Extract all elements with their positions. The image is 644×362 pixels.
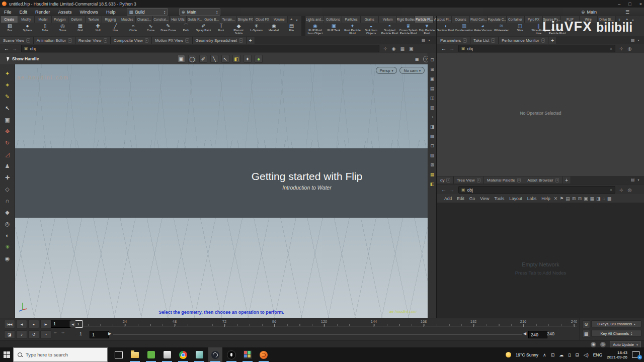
close-tab-icon[interactable]: × [239,38,243,43]
key-all-channels-select[interactable]: Key All Channels ▴▾ [591,330,641,337]
shelf-tab[interactable]: Model [35,16,52,23]
menu-item[interactable]: Windows [76,10,103,15]
houdini-taskbar-button[interactable] [257,347,271,362]
shelf-pause-icon[interactable]: || [617,17,622,22]
display-tool-icon[interactable]: ▨ [430,153,435,158]
notes-app-button[interactable] [192,347,206,362]
back-arrow-icon[interactable]: ← [4,46,9,51]
pane-tab[interactable]: Composite View× [111,37,152,44]
shelf-tab[interactable]: Wire [580,16,598,23]
shelf-tool[interactable]: ▤ File [283,23,300,36]
left-tool-icon[interactable]: ◿ [4,150,12,158]
shelf-tool[interactable]: T Font [212,23,230,36]
pin-path-icon[interactable]: ⊹ [619,188,623,193]
capture-app-button[interactable] [144,347,158,362]
volume-icon[interactable]: ◁) [584,352,589,357]
shelf-tab[interactable]: Container [507,16,525,23]
network-menu-item[interactable]: Help [541,196,550,201]
left-tool-icon[interactable]: ✎ [4,93,12,101]
shelf-tab[interactable]: Collisions [324,16,342,23]
back-arrow-icon[interactable]: ← [441,187,446,193]
shelf-tab[interactable]: Hair Utils [170,16,187,23]
scoped-channels-icon[interactable]: ▦ [582,330,590,338]
transport-button[interactable]: |◀◀ [4,320,15,328]
shelf-tab[interactable]: FLIP [561,16,579,23]
range-slider-right-handle[interactable]: ◀ [523,331,526,336]
left-tool-icon[interactable]: ♟ [4,162,12,170]
display-tool-icon[interactable]: ▦ [430,172,435,177]
close-tab-icon[interactable]: × [26,38,30,43]
pane-tab[interactable]: dy× [437,176,454,184]
playbar-option-button[interactable]: ↺ [28,330,39,339]
shelf-tab[interactable]: Fluid Con... [470,16,488,23]
display-tool-icon[interactable]: ▤ [430,86,435,91]
pane-menu-caret-icon[interactable]: ▾ [638,178,639,182]
projection-selector[interactable]: Persp ▾ [376,67,397,74]
pane-menu-caret-icon[interactable]: ▾ [429,38,430,42]
close-button[interactable]: × [639,2,642,7]
tablet-mode-icon[interactable]: ⊡ [551,352,555,357]
pane-list-icon[interactable]: ▤ [631,38,635,42]
path-history-icon[interactable]: ▦ [400,46,405,51]
left-tool-icon[interactable]: ✥ [4,127,12,135]
range-end-field[interactable]: 240 [528,331,547,338]
shelf-tool[interactable]: ▥ Condensation [455,23,473,36]
pane-tab[interactable]: Parameters× [437,37,470,44]
shelf-tab[interactable]: Simple FX [237,16,254,23]
shelf-tool[interactable]: ◆ Platonic Solids [230,23,248,36]
add-pane-tab-button[interactable]: + [562,176,571,184]
select-tool-icon[interactable]: ✦ [244,55,252,63]
weather-text[interactable]: 19°C Sunny [516,352,538,357]
shelf-tab[interactable]: Guide P... [187,16,204,23]
select-tool-icon[interactable]: ✐ [199,55,207,63]
auto-update-select[interactable]: Auto Update ▾ [610,341,641,348]
range-slider-left-handle[interactable]: ▶ [108,331,111,336]
shelf-tab[interactable]: Rigid Bodies [397,16,415,23]
path-field[interactable]: ▣ obj [21,45,379,52]
select-tool-icon[interactable]: ● [255,55,263,63]
playbar-option-button[interactable]: ◔ [40,330,51,339]
close-tab-icon[interactable]: × [185,38,189,43]
shelf-tool[interactable]: ○ Circle [124,23,142,36]
obs-studio-button[interactable] [208,347,222,362]
network-menu-icon[interactable]: ⚑ [559,196,564,201]
pane-tab[interactable]: Material Palette× [484,176,524,184]
pane-tab[interactable]: Motion FX View× [152,37,192,44]
select-tool-icon[interactable]: ◯ [188,55,196,63]
pane-tab[interactable]: Animation Editor× [34,37,75,44]
shelf-tool[interactable]: ▦ Grid [71,23,89,36]
add-shelf-tab-button[interactable]: + [288,16,294,23]
desktop-selector[interactable]: ▦ Build ▴▾ [127,8,168,16]
microphone-icon[interactable]: ▯ [568,352,571,357]
display-tool-icon[interactable]: ◧ [430,182,435,187]
shelf-tool[interactable]: ✎ Draw Curve [159,23,177,36]
network-menu-icon[interactable]: ◨ [596,196,601,201]
path-field[interactable]: ▣ obj × [458,45,615,52]
shelf-tab[interactable]: Vellum [379,16,397,23]
pane-tab[interactable]: Asset Browser× [524,176,562,184]
shelf-tab[interactable]: Volume [271,16,288,23]
transport-button[interactable]: ■ [28,320,39,328]
close-tab-icon[interactable]: × [104,38,108,43]
network-menu-icon[interactable]: ▩ [607,196,612,201]
pane-tab[interactable]: Take List× [470,37,499,44]
shelf-tab[interactable]: Drive Si... [598,16,616,23]
display-tool-icon[interactable]: ◔ [431,115,433,120]
shelf-tab[interactable]: Create [1,16,18,23]
pin-path-icon[interactable]: ⊹ [619,46,623,51]
shelf-tool[interactable]: ◉ FLIP Fluid from Object [306,23,325,36]
timeline-ruler[interactable]: 24487296120144168192216240 1 [75,319,577,329]
left-tool-icon[interactable]: ◆ [4,208,12,216]
menu-item[interactable]: Assets [54,10,76,15]
onedrive-cloud-icon[interactable]: ☁ [559,352,564,357]
display-tool-icon[interactable]: ▩ [430,134,435,139]
camera-selector[interactable]: No cam ▾ [399,67,425,74]
pane-tab[interactable]: Performance Monitor× [499,37,548,44]
left-tool-icon[interactable]: ◉ [4,254,12,262]
back-arrow-icon[interactable]: ← [441,46,446,51]
shelf-tab[interactable]: Deform [68,16,86,23]
shelf-tab[interactable]: Pyro FX [525,16,543,23]
shelf-tab[interactable]: Muscles [119,16,136,23]
close-tab-icon[interactable]: × [491,38,495,43]
shelf-tool[interactable]: ▣ FLIP Tank [325,23,343,36]
